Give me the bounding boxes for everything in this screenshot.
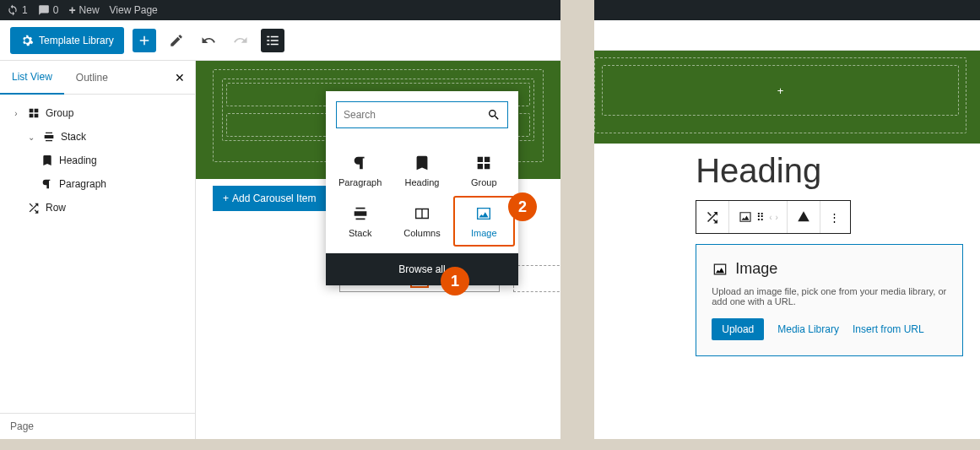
new-menu[interactable]: + New <box>68 3 99 17</box>
paragraph-icon <box>351 154 370 172</box>
carousel-content[interactable]: + <box>594 57 966 133</box>
insert-from-url-link[interactable]: Insert from URL <box>853 323 924 335</box>
pencil-icon <box>169 33 184 48</box>
editor-toolbar <box>594 20 980 51</box>
inserter-grid: Paragraph Heading Group Stack <box>326 138 518 253</box>
placeholder-description: Upload an image file, pick one from your… <box>712 286 947 306</box>
comments-count: 0 <box>53 4 59 16</box>
placeholder-actions: Upload Media Library Insert from URL <box>712 318 947 340</box>
callout-1: 1 <box>441 267 469 295</box>
chevron-right-icon: › <box>776 213 778 222</box>
chevron-down-icon: ⌄ <box>25 133 37 142</box>
inserter-search[interactable] <box>336 101 508 128</box>
browse-all-button[interactable]: Browse all <box>326 253 518 285</box>
callout-2: 2 <box>508 192 537 221</box>
columns-icon <box>413 204 431 223</box>
bookmark-icon <box>413 154 431 172</box>
search-input[interactable] <box>344 109 487 121</box>
left-screenshot: 1 0 + New View Page Template Library <box>0 0 560 439</box>
comment-icon <box>38 4 50 16</box>
sidebar-tabs: List View Outline ✕ <box>0 61 195 95</box>
list-view-toggle[interactable] <box>261 29 284 52</box>
updates-count: 1 <box>22 4 28 16</box>
list-icon <box>265 33 280 48</box>
gear-icon <box>20 34 34 47</box>
block-columns[interactable]: Columns <box>391 196 452 247</box>
shuffle-icon <box>705 209 720 225</box>
template-library-button[interactable]: Template Library <box>10 27 124 54</box>
heading-block[interactable]: Heading <box>696 152 963 190</box>
block-type-button[interactable] <box>696 201 729 233</box>
search-icon <box>487 108 501 122</box>
align-button[interactable] <box>788 201 820 233</box>
redo-button[interactable] <box>229 29 252 52</box>
drag-move-controls[interactable]: ⠿ ‹ › <box>729 201 788 233</box>
block-stack[interactable]: Stack <box>329 196 391 247</box>
tree-item-stack[interactable]: ⌄ Stack <box>0 125 195 149</box>
tree-item-group[interactable]: › Group <box>0 101 195 125</box>
paragraph-icon <box>41 177 54 191</box>
align-icon <box>796 209 811 225</box>
tab-list-view[interactable]: List View <box>0 61 64 95</box>
bookmark-icon <box>41 154 54 167</box>
placeholder-title: Image <box>712 260 947 278</box>
block-tree: › Group ⌄ Stack Heading <box>0 95 195 413</box>
admin-bar <box>594 0 980 20</box>
tree-item-row[interactable]: Row <box>0 196 195 220</box>
carousel-block[interactable]: + <box>594 51 980 144</box>
tree-item-paragraph[interactable]: Paragraph <box>0 172 195 196</box>
drag-handle-icon: ⠿ <box>756 211 766 224</box>
plus-icon: + <box>223 192 229 204</box>
group-icon <box>27 106 41 120</box>
block-paragraph[interactable]: Paragraph <box>329 145 391 196</box>
undo-button[interactable] <box>197 29 220 52</box>
admin-bar: 1 0 + New View Page <box>0 0 560 20</box>
media-library-link[interactable]: Media Library <box>777 323 839 335</box>
list-view-sidebar: List View Outline ✕ › Group ⌄ Stack <box>0 61 196 439</box>
editor-toolbar: Template Library <box>0 20 560 61</box>
more-icon: ⋮ <box>829 211 842 224</box>
edit-tool-button[interactable] <box>165 29 188 52</box>
sidebar-close-button[interactable]: ✕ <box>165 71 195 84</box>
group-icon <box>474 154 493 172</box>
shuffle-icon <box>27 201 41 214</box>
tab-outline[interactable]: Outline <box>64 62 120 94</box>
editor-canvas[interactable]: + + + Add Carousel Item <box>196 61 560 439</box>
updates-indicator[interactable]: 1 <box>7 4 28 16</box>
inserter-toggle-button[interactable] <box>133 29 156 52</box>
image-icon <box>712 261 728 278</box>
more-options-button[interactable]: ⋮ <box>820 201 850 233</box>
upload-button[interactable]: Upload <box>712 318 764 340</box>
undo-icon <box>201 33 216 48</box>
add-carousel-item-button[interactable]: + Add Carousel Item <box>213 186 326 211</box>
editor-canvas[interactable]: + Add Carousel Item <box>594 51 980 144</box>
tree-item-heading[interactable]: Heading <box>0 149 195 172</box>
stack-icon <box>351 204 370 223</box>
block-heading[interactable]: Heading <box>391 145 452 196</box>
block-image[interactable]: Image <box>453 196 515 247</box>
view-page-link[interactable]: View Page <box>110 4 158 16</box>
redo-icon <box>233 33 248 48</box>
image-icon <box>738 209 753 225</box>
plus-icon <box>137 33 152 48</box>
image-icon <box>474 204 493 223</box>
block-inserter-popup: Paragraph Heading Group Stack <box>326 91 518 285</box>
comments-indicator[interactable]: 0 <box>38 4 59 16</box>
block-toolbar: ⠿ ‹ › ⋮ <box>696 200 851 234</box>
chevron-left-icon: ‹ <box>769 213 772 222</box>
block-editor-content: Heading ⠿ ‹ › ⋮ <box>696 152 963 356</box>
block-appender-secondary[interactable] <box>513 265 560 292</box>
breadcrumb[interactable]: Page <box>0 413 195 439</box>
right-screenshot: + Add Carousel Item Heading ⠿ ‹ › <box>594 0 980 439</box>
plus-icon: + <box>68 3 75 17</box>
refresh-icon <box>7 4 19 16</box>
stack-icon <box>42 130 56 144</box>
empty-slot[interactable]: + <box>602 65 959 116</box>
image-block-placeholder[interactable]: Image Upload an image file, pick one fro… <box>696 244 963 356</box>
chevron-right-icon: › <box>10 109 22 118</box>
block-group[interactable]: Group <box>453 145 515 196</box>
